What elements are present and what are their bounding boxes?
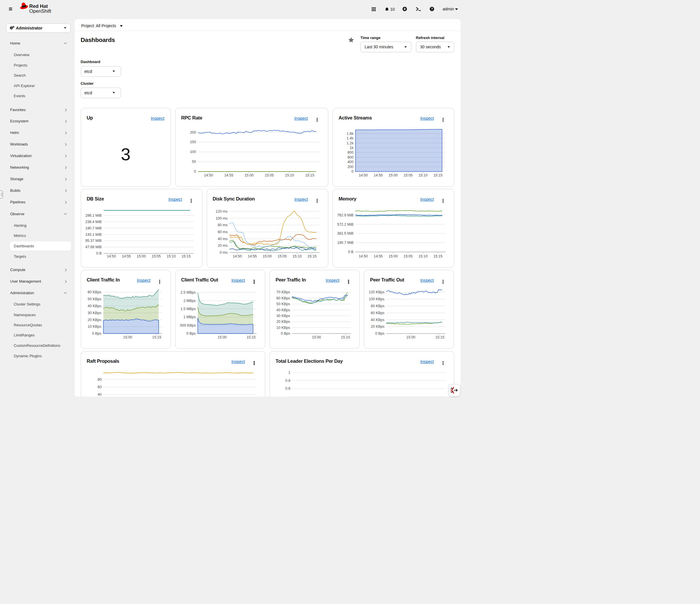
svg-text:14:55: 14:55 [224,173,233,177]
svg-text:15:05: 15:05 [403,173,412,177]
svg-text:15:15: 15:15 [305,173,314,177]
svg-text:14:50: 14:50 [233,254,242,258]
svg-text:40: 40 [98,393,102,397]
svg-text:10 KBps: 10 KBps [88,324,101,329]
svg-text:15:10: 15:10 [418,173,427,177]
svg-text:15:05: 15:05 [151,254,160,258]
svg-text:100 ms: 100 ms [216,216,228,220]
svg-text:1k: 1k [349,146,353,150]
svg-text:15:00: 15:00 [123,335,132,339]
svg-text:14:55: 14:55 [122,254,130,258]
svg-text:200: 200 [190,130,196,134]
svg-text:80 ms: 80 ms [218,223,227,227]
svg-text:20 KBps: 20 KBps [371,324,384,329]
svg-text:2.5 MBps: 2.5 MBps [180,290,196,294]
svg-text:14:50: 14:50 [204,173,213,177]
svg-text:15:00: 15:00 [312,335,321,339]
svg-text:0 ms: 0 ms [220,251,227,255]
svg-text:190.7 MiB: 190.7 MiB [85,226,101,230]
svg-text:286.1 MiB: 286.1 MiB [85,213,101,217]
svg-text:14:50: 14:50 [359,254,368,258]
svg-text:14:55: 14:55 [248,254,256,258]
svg-text:1.4k: 1.4k [347,136,353,140]
svg-text:15:00: 15:00 [136,254,146,258]
svg-text:0 B: 0 B [348,250,353,254]
svg-text:40 KBps: 40 KBps [371,318,384,322]
svg-text:600: 600 [347,155,353,159]
svg-text:14:50: 14:50 [359,173,368,177]
svg-text:0: 0 [194,169,196,174]
svg-text:15:10: 15:10 [292,254,301,258]
svg-text:15:10: 15:10 [167,254,175,258]
svg-text:95.37 MiB: 95.37 MiB [85,239,101,243]
svg-text:100: 100 [190,150,196,154]
svg-text:572.2 MiB: 572.2 MiB [337,222,353,227]
svg-text:20 KBps: 20 KBps [276,320,290,324]
svg-text:40 KBps: 40 KBps [88,304,101,308]
svg-text:15:10: 15:10 [285,173,294,177]
svg-text:15:15: 15:15 [341,335,350,339]
svg-text:60 KBps: 60 KBps [88,290,101,294]
svg-text:0 B: 0 B [96,252,102,256]
svg-text:1.6k: 1.6k [347,132,353,136]
svg-text:15:10: 15:10 [418,254,427,258]
svg-text:15:15: 15:15 [152,335,161,339]
svg-text:15:15: 15:15 [433,254,442,258]
svg-text:15:05: 15:05 [403,254,412,258]
svg-text:15:15: 15:15 [433,173,442,177]
svg-text:190.7 MiB: 190.7 MiB [337,241,353,245]
svg-text:15:00: 15:00 [389,254,398,258]
svg-text:1: 1 [288,371,290,375]
svg-text:800: 800 [347,151,353,155]
svg-text:60: 60 [98,385,102,389]
svg-text:15:00: 15:00 [262,254,272,258]
svg-text:47.68 MiB: 47.68 MiB [85,245,101,249]
svg-text:0 Bps: 0 Bps [186,332,196,336]
svg-text:15:00: 15:00 [406,335,416,339]
svg-text:762.9 MiB: 762.9 MiB [337,213,353,217]
svg-text:1 MBps: 1 MBps [183,315,195,319]
svg-text:120 ms: 120 ms [216,209,228,213]
svg-text:0 Bps: 0 Bps [92,332,101,336]
svg-text:20 KBps: 20 KBps [88,318,101,322]
svg-text:15:05: 15:05 [265,173,274,177]
svg-text:10 KBps: 10 KBps [276,326,290,330]
svg-text:15:15: 15:15 [181,254,191,258]
svg-text:0 Bps: 0 Bps [281,332,290,336]
svg-text:15:15: 15:15 [247,335,256,339]
svg-text:20 ms: 20 ms [218,243,227,247]
svg-text:50 KBps: 50 KBps [88,297,101,301]
svg-text:200: 200 [347,165,353,169]
svg-text:238.4 MiB: 238.4 MiB [85,220,101,224]
svg-text:40 ms: 40 ms [218,237,227,241]
svg-text:15:00: 15:00 [389,173,398,177]
svg-text:14:55: 14:55 [373,173,382,177]
svg-text:500 KBps: 500 KBps [180,323,196,327]
svg-text:1.5 MBps: 1.5 MBps [180,307,196,311]
svg-text:60 KBps: 60 KBps [276,296,290,300]
svg-text:150: 150 [190,140,196,145]
svg-text:0 Bps: 0 Bps [375,332,384,336]
svg-text:70 KBps: 70 KBps [276,290,290,294]
svg-text:100 KBps: 100 KBps [369,297,384,301]
svg-text:15:00: 15:00 [218,335,226,339]
svg-text:80: 80 [98,377,102,382]
svg-text:50 KBps: 50 KBps [276,302,290,306]
svg-text:1.2k: 1.2k [347,141,353,145]
svg-text:80 KBps: 80 KBps [371,304,384,308]
svg-text:40 KBps: 40 KBps [276,308,290,312]
svg-text:50: 50 [192,160,196,164]
svg-text:15:15: 15:15 [435,335,444,339]
svg-text:60 KBps: 60 KBps [371,311,384,315]
svg-text:0.8: 0.8 [285,379,290,383]
svg-text:60 ms: 60 ms [218,230,227,234]
svg-text:30 KBps: 30 KBps [88,311,101,315]
svg-text:14:55: 14:55 [373,254,382,258]
svg-text:30 KBps: 30 KBps [276,314,290,318]
svg-text:15:05: 15:05 [277,254,286,258]
svg-text:0: 0 [351,169,353,174]
svg-text:400: 400 [347,160,353,164]
svg-text:15:00: 15:00 [244,173,253,177]
svg-text:120 KBps: 120 KBps [369,290,384,294]
svg-text:143.1 MiB: 143.1 MiB [85,233,101,237]
